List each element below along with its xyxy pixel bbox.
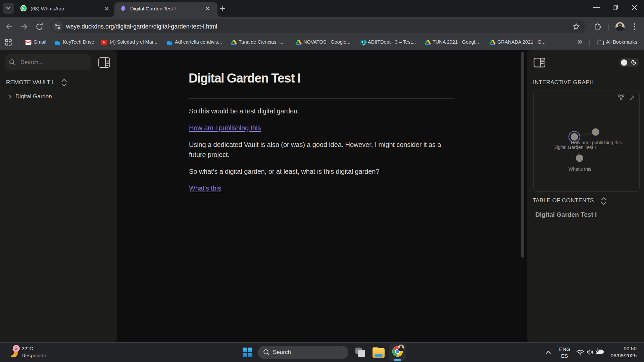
svg-text:s: s [361, 40, 363, 44]
